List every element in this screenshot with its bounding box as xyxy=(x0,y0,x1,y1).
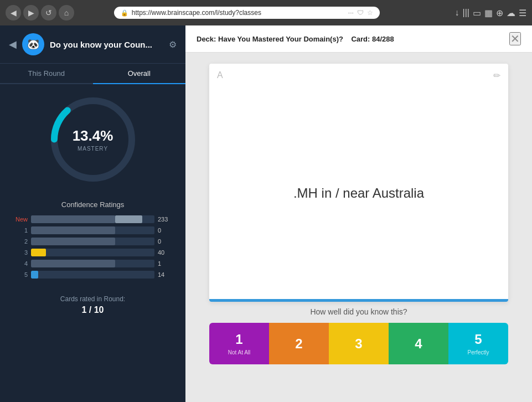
mastery-label: MASTERY xyxy=(73,146,113,152)
confidence-section: Confidence Ratings New 233 1 0 2 0 xyxy=(0,195,185,287)
bar-label-4: 4 xyxy=(11,260,28,267)
ssl-icon: 🔒 xyxy=(121,9,128,17)
address-bar[interactable]: 🔒 https://www.brainscape.com/l/study?cla… xyxy=(114,7,380,19)
card-prefix: Card: xyxy=(351,35,370,43)
card-bottom-bar xyxy=(209,299,508,302)
bar-track-5 xyxy=(31,271,154,279)
bar-track-3 xyxy=(31,249,154,256)
rating-buttons: 1 Not At All 2 3 4 5 Perfectly xyxy=(209,323,508,364)
main-content: Deck: Have You Mastered Your Domain(s)? … xyxy=(185,25,532,402)
bar-row-5: 5 14 xyxy=(11,271,174,279)
bar-rows: New 233 1 0 2 0 3 xyxy=(11,215,174,279)
logo-icon: 🐼 xyxy=(27,38,39,50)
browser-chrome: ◀ ▶ ↺ ⌂ 🔒 https://www.brainscape.com/l/s… xyxy=(0,0,532,25)
bar-count-3: 40 xyxy=(158,249,174,256)
back-arrow-icon[interactable]: ◀ xyxy=(9,38,17,50)
rating-num-r5: 5 xyxy=(474,332,482,347)
tab-this-round[interactable]: This Round xyxy=(0,64,93,83)
sidebar: ◀ 🐼 Do you know your Coun... ⚙ This Roun… xyxy=(0,25,185,402)
browser-toolbar: ↓ ||| ▭ ▦ ⊕ ☁ ☰ xyxy=(455,8,526,18)
deck-header: Deck: Have You Mastered Your Domain(s)? … xyxy=(185,25,532,53)
card-text: .MH in / near Australia xyxy=(293,185,424,201)
card-content: .MH in / near Australia xyxy=(209,87,508,299)
bar-track-0 xyxy=(31,215,154,223)
deck-name: Have You Mastered Your Domain(s)? xyxy=(218,35,343,43)
card-area: A ✏ .MH in / near Australia How well did… xyxy=(185,53,532,402)
deck-prefix: Deck: xyxy=(197,35,216,43)
bar-count-1: 0 xyxy=(158,227,174,234)
bar-label-5: 5 xyxy=(11,271,28,278)
settings-gear-icon[interactable]: ⚙ xyxy=(169,39,177,50)
confidence-title: Confidence Ratings xyxy=(11,200,174,209)
rating-label-r1: Not At All xyxy=(228,349,251,355)
reload-button[interactable]: ↺ xyxy=(41,5,56,20)
home-button[interactable]: ⌂ xyxy=(59,5,74,20)
bar-row-1: 1 0 xyxy=(11,226,174,234)
rating-num-r1: 1 xyxy=(235,332,242,347)
bar-fill-4 xyxy=(31,260,115,267)
bar-track-1 xyxy=(31,226,154,234)
sidebar-header: ◀ 🐼 Do you know your Coun... ⚙ xyxy=(0,25,185,64)
tab-overall[interactable]: Overall xyxy=(93,64,186,83)
bar-count-5: 14 xyxy=(158,271,174,278)
flashcard: A ✏ .MH in / near Australia xyxy=(209,64,508,302)
app-logo: 🐼 xyxy=(22,33,44,55)
bookmark-icon: ☆ xyxy=(367,9,373,17)
cards-rated-section: Cards rated in Round: 1 / 10 xyxy=(0,287,185,323)
pocket-icon[interactable]: ⊕ xyxy=(496,8,503,18)
edit-icon[interactable]: ✏ xyxy=(493,70,500,81)
cards-rated-value: 1 / 10 xyxy=(8,305,178,315)
bar-count-4: 1 xyxy=(158,260,174,267)
card-top-bar: A ✏ xyxy=(209,64,508,87)
bar-fill-3 xyxy=(31,249,46,256)
rating-num-r4: 4 xyxy=(415,336,422,352)
rating-button-r3[interactable]: 3 xyxy=(329,323,389,364)
reader-icon[interactable]: ▭ xyxy=(473,8,481,18)
rating-label-r5: Perfectly xyxy=(468,349,489,355)
deck-info: Deck: Have You Mastered Your Domain(s)? … xyxy=(197,35,394,43)
rating-num-r2: 2 xyxy=(295,336,302,352)
bar-fill-1 xyxy=(31,226,115,234)
screen-icon[interactable]: ▦ xyxy=(484,8,493,18)
deck-title: Do you know your Coun... xyxy=(50,40,163,49)
bar-fill-0 xyxy=(31,215,115,223)
bar-count-2: 0 xyxy=(158,238,174,245)
library-icon[interactable]: ||| xyxy=(463,8,469,18)
bar-fill-5 xyxy=(31,271,38,279)
sync-icon[interactable]: ☁ xyxy=(507,8,515,18)
how-well-label: How well did you know this? xyxy=(310,307,407,316)
forward-button[interactable]: ▶ xyxy=(23,5,39,20)
sidebar-tabs: This Round Overall xyxy=(0,64,185,84)
menu-icon[interactable]: ☰ xyxy=(519,8,526,18)
app-container: ◀ 🐼 Do you know your Coun... ⚙ This Roun… xyxy=(0,25,532,402)
rating-button-r5[interactable]: 5 Perfectly xyxy=(448,323,508,364)
bar-label-2: 2 xyxy=(11,238,28,245)
mastery-circle: 13.4% MASTERY xyxy=(49,95,137,184)
download-icon[interactable]: ↓ xyxy=(455,8,459,18)
rating-button-r2[interactable]: 2 xyxy=(269,323,329,364)
url-text: https://www.brainscape.com/l/study?class… xyxy=(132,9,345,17)
card-side-icon: A xyxy=(217,70,223,81)
bar-row-3: 3 40 xyxy=(11,249,174,256)
bar-fill-2 xyxy=(31,238,115,245)
bar-extra-fill-0 xyxy=(115,215,142,223)
rating-num-r3: 3 xyxy=(355,336,362,352)
bar-label-0: New xyxy=(11,216,28,223)
cards-rated-label: Cards rated in Round: xyxy=(8,295,178,303)
bar-count-0: 233 xyxy=(158,216,174,223)
bar-row-4: 4 1 xyxy=(11,260,174,267)
bar-label-3: 3 xyxy=(11,249,28,256)
bar-track-4 xyxy=(31,260,154,267)
rating-button-r1[interactable]: 1 Not At All xyxy=(209,323,269,364)
shield-icon: 🛡 xyxy=(357,9,364,17)
rating-button-r4[interactable]: 4 xyxy=(389,323,448,364)
mastery-section: 13.4% MASTERY xyxy=(0,84,185,195)
nav-buttons: ◀ ▶ ↺ ⌂ xyxy=(6,5,74,20)
close-button[interactable]: ✕ xyxy=(509,32,521,45)
card-number: 84/288 xyxy=(372,35,394,43)
bar-row-2: 2 0 xyxy=(11,238,174,245)
back-button[interactable]: ◀ xyxy=(6,5,21,20)
bar-row-new: New 233 xyxy=(11,215,174,223)
mastery-text: 13.4% MASTERY xyxy=(73,127,113,152)
bar-label-1: 1 xyxy=(11,227,28,234)
